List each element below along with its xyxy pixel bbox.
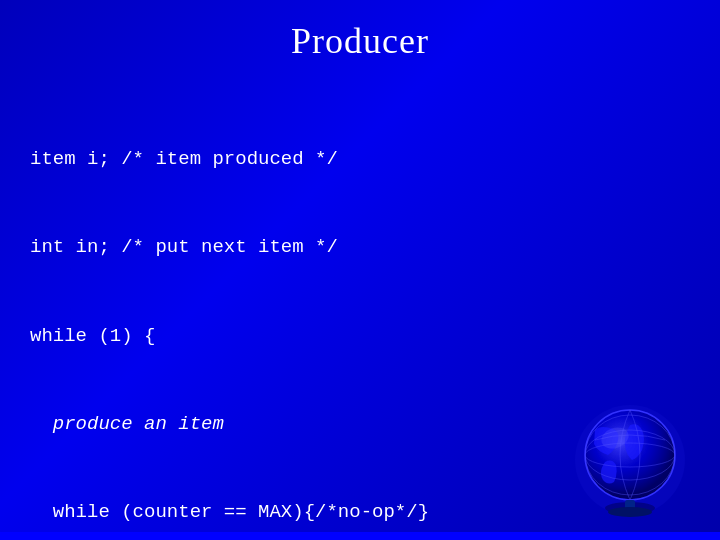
globe-decoration <box>570 400 690 520</box>
code-line-3: while (1) { <box>30 322 690 351</box>
code-line-2: int in; /* put next item */ <box>30 233 690 262</box>
bottom-bar <box>0 532 720 540</box>
svg-point-9 <box>608 507 652 517</box>
slide-title: Producer <box>30 20 690 62</box>
code-line-1: item i; /* item produced */ <box>30 145 690 174</box>
slide: Producer item i; /* item produced */ int… <box>0 0 720 540</box>
